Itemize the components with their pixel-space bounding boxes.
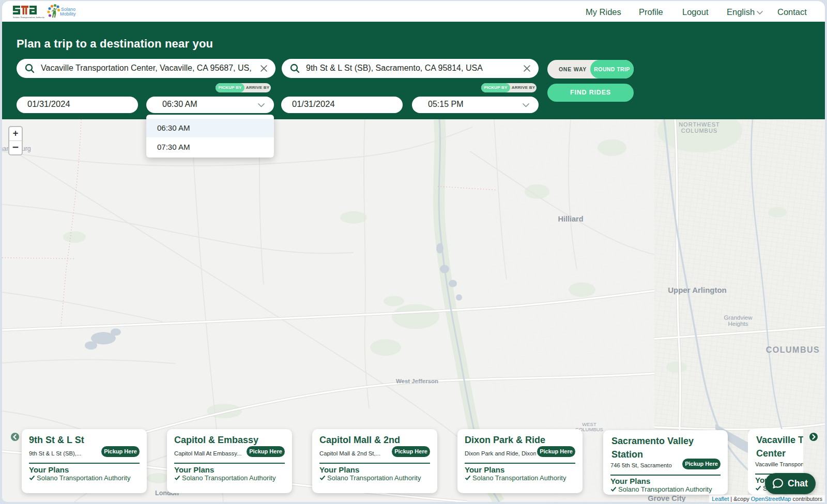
svg-text:COLUMBUS: COLUMBUS [766, 345, 820, 354]
svg-text:Mobility: Mobility [60, 11, 76, 17]
svg-text:NORTHWEST: NORTHWEST [679, 121, 720, 128]
svg-text:COLUMBUS: COLUMBUS [681, 128, 717, 134]
svg-text:Grandview: Grandview [724, 314, 753, 321]
svg-text:Grove City: Grove City [648, 494, 685, 502]
svg-text:Solano Transportation Authorit: Solano Transportation Authority [13, 16, 45, 19]
svg-text:Hilliard: Hilliard [558, 215, 583, 223]
svg-text:Upper Arlington: Upper Arlington [668, 286, 727, 294]
svg-text:West Jefferson: West Jefferson [396, 378, 438, 384]
svg-text:Heights: Heights [728, 321, 748, 327]
